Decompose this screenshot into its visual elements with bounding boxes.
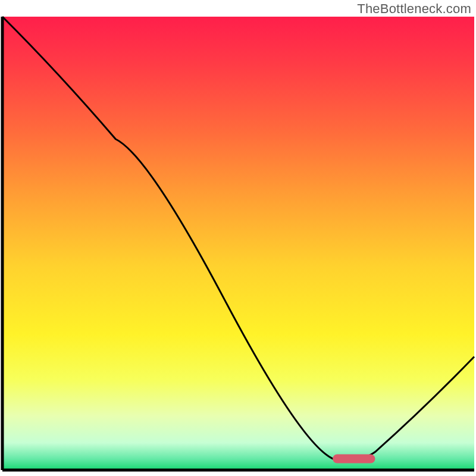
gradient-background [2, 17, 474, 470]
watermark-text: TheBottleneck.com [357, 1, 471, 17]
bottleneck-chart [0, 0, 476, 476]
optimum-marker [333, 454, 375, 463]
chart-container: TheBottleneck.com [0, 0, 476, 476]
